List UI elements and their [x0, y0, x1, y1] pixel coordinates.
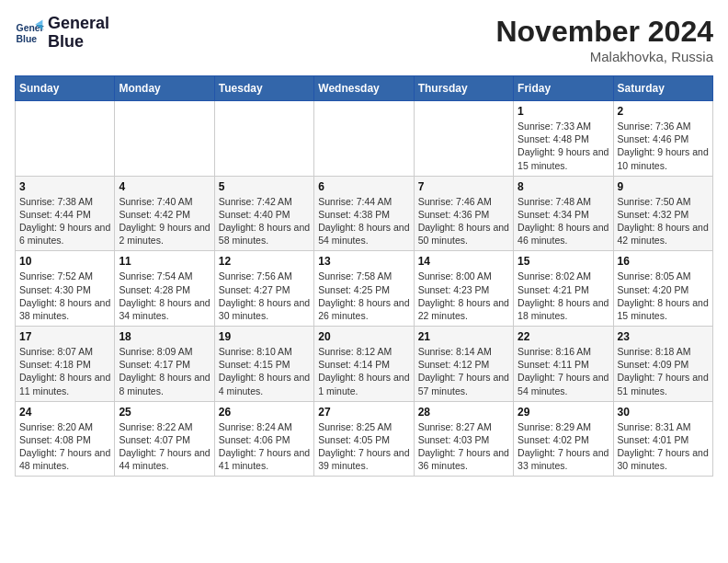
day-info: Sunrise: 8:14 AM Sunset: 4:12 PM Dayligh…	[418, 345, 509, 397]
calendar-cell: 14Sunrise: 8:00 AM Sunset: 4:23 PM Dayli…	[414, 251, 513, 327]
weekday-tuesday: Tuesday	[214, 76, 313, 101]
calendar-cell: 18Sunrise: 8:09 AM Sunset: 4:17 PM Dayli…	[115, 327, 214, 402]
calendar-cell: 2Sunrise: 7:36 AM Sunset: 4:46 PM Daylig…	[613, 101, 712, 177]
calendar-cell: 12Sunrise: 7:56 AM Sunset: 4:27 PM Dayli…	[214, 251, 313, 327]
day-number: 4	[119, 180, 210, 193]
day-number: 28	[418, 406, 509, 419]
day-number: 5	[219, 180, 310, 193]
calendar-cell: 3Sunrise: 7:38 AM Sunset: 4:44 PM Daylig…	[16, 176, 115, 251]
logo: General Blue General Blue	[15, 15, 109, 52]
day-number: 14	[418, 255, 509, 268]
calendar-cell: 29Sunrise: 8:29 AM Sunset: 4:02 PM Dayli…	[514, 401, 613, 477]
title-block: November 2024 Malakhovka, Russia	[495, 15, 713, 64]
calendar-cell: 15Sunrise: 8:02 AM Sunset: 4:21 PM Dayli…	[514, 251, 613, 327]
calendar-cell	[16, 101, 115, 177]
calendar-cell: 8Sunrise: 7:48 AM Sunset: 4:34 PM Daylig…	[514, 176, 613, 251]
calendar-cell: 30Sunrise: 8:31 AM Sunset: 4:01 PM Dayli…	[613, 401, 712, 477]
week-row-4: 17Sunrise: 8:07 AM Sunset: 4:18 PM Dayli…	[16, 327, 713, 402]
calendar-cell: 9Sunrise: 7:50 AM Sunset: 4:32 PM Daylig…	[613, 176, 712, 251]
calendar-cell: 26Sunrise: 8:24 AM Sunset: 4:06 PM Dayli…	[214, 401, 313, 477]
calendar-cell	[314, 101, 414, 177]
day-info: Sunrise: 7:40 AM Sunset: 4:42 PM Dayligh…	[119, 195, 210, 247]
weekday-friday: Friday	[514, 76, 613, 101]
calendar-cell: 7Sunrise: 7:46 AM Sunset: 4:36 PM Daylig…	[414, 176, 513, 251]
day-info: Sunrise: 7:46 AM Sunset: 4:36 PM Dayligh…	[418, 195, 509, 247]
day-info: Sunrise: 8:27 AM Sunset: 4:03 PM Dayligh…	[418, 420, 509, 473]
svg-text:Blue: Blue	[17, 33, 38, 43]
logo-text: General Blue	[48, 15, 109, 52]
day-info: Sunrise: 8:12 AM Sunset: 4:14 PM Dayligh…	[318, 345, 409, 397]
day-number: 29	[518, 406, 609, 419]
day-info: Sunrise: 7:58 AM Sunset: 4:25 PM Dayligh…	[318, 270, 409, 322]
day-number: 8	[518, 180, 609, 193]
logo-icon: General Blue	[15, 18, 44, 48]
day-number: 17	[19, 330, 110, 343]
calendar-cell: 6Sunrise: 7:44 AM Sunset: 4:38 PM Daylig…	[314, 176, 414, 251]
calendar-cell: 10Sunrise: 7:52 AM Sunset: 4:30 PM Dayli…	[16, 251, 115, 327]
calendar-cell: 19Sunrise: 8:10 AM Sunset: 4:15 PM Dayli…	[214, 327, 313, 402]
day-number: 25	[119, 406, 210, 419]
location: Malakhovka, Russia	[495, 49, 713, 64]
weekday-sunday: Sunday	[16, 76, 115, 101]
day-info: Sunrise: 7:48 AM Sunset: 4:34 PM Dayligh…	[518, 195, 609, 247]
day-number: 23	[618, 330, 709, 343]
day-info: Sunrise: 8:22 AM Sunset: 4:07 PM Dayligh…	[119, 420, 210, 473]
weekday-saturday: Saturday	[613, 76, 712, 101]
day-number: 3	[19, 180, 110, 193]
calendar-cell: 13Sunrise: 7:58 AM Sunset: 4:25 PM Dayli…	[314, 251, 414, 327]
day-info: Sunrise: 8:24 AM Sunset: 4:06 PM Dayligh…	[219, 420, 310, 473]
day-number: 30	[618, 406, 709, 419]
calendar-cell: 11Sunrise: 7:54 AM Sunset: 4:28 PM Dayli…	[115, 251, 214, 327]
day-number: 20	[318, 330, 409, 343]
calendar-cell	[214, 101, 313, 177]
day-info: Sunrise: 8:09 AM Sunset: 4:17 PM Dayligh…	[119, 345, 210, 397]
calendar-cell: 22Sunrise: 8:16 AM Sunset: 4:11 PM Dayli…	[514, 327, 613, 402]
day-info: Sunrise: 8:10 AM Sunset: 4:15 PM Dayligh…	[219, 345, 310, 397]
day-info: Sunrise: 7:33 AM Sunset: 4:48 PM Dayligh…	[518, 120, 609, 172]
calendar-cell: 27Sunrise: 8:25 AM Sunset: 4:05 PM Dayli…	[314, 401, 414, 477]
day-number: 9	[618, 180, 709, 193]
day-number: 22	[518, 330, 609, 343]
day-info: Sunrise: 7:50 AM Sunset: 4:32 PM Dayligh…	[618, 195, 709, 247]
weekday-thursday: Thursday	[414, 76, 513, 101]
calendar-cell	[414, 101, 513, 177]
day-info: Sunrise: 8:31 AM Sunset: 4:01 PM Dayligh…	[618, 420, 709, 473]
day-number: 26	[219, 406, 310, 419]
day-number: 16	[618, 255, 709, 268]
day-info: Sunrise: 8:16 AM Sunset: 4:11 PM Dayligh…	[518, 345, 609, 397]
week-row-3: 10Sunrise: 7:52 AM Sunset: 4:30 PM Dayli…	[16, 251, 713, 327]
page-header: General Blue General Blue November 2024 …	[15, 15, 713, 64]
calendar-cell: 4Sunrise: 7:40 AM Sunset: 4:42 PM Daylig…	[115, 176, 214, 251]
calendar-cell: 25Sunrise: 8:22 AM Sunset: 4:07 PM Dayli…	[115, 401, 214, 477]
day-number: 13	[318, 255, 409, 268]
day-info: Sunrise: 7:52 AM Sunset: 4:30 PM Dayligh…	[19, 270, 110, 322]
day-number: 19	[219, 330, 310, 343]
day-info: Sunrise: 8:25 AM Sunset: 4:05 PM Dayligh…	[318, 420, 409, 473]
calendar-cell: 1Sunrise: 7:33 AM Sunset: 4:48 PM Daylig…	[514, 101, 613, 177]
day-number: 6	[318, 180, 409, 193]
day-number: 18	[119, 330, 210, 343]
day-number: 27	[318, 406, 409, 419]
day-info: Sunrise: 8:18 AM Sunset: 4:09 PM Dayligh…	[618, 345, 709, 397]
day-number: 10	[19, 255, 110, 268]
day-info: Sunrise: 8:07 AM Sunset: 4:18 PM Dayligh…	[19, 345, 110, 397]
day-info: Sunrise: 8:20 AM Sunset: 4:08 PM Dayligh…	[19, 420, 110, 473]
day-info: Sunrise: 8:29 AM Sunset: 4:02 PM Dayligh…	[518, 420, 609, 473]
week-row-5: 24Sunrise: 8:20 AM Sunset: 4:08 PM Dayli…	[16, 401, 713, 477]
calendar-cell: 16Sunrise: 8:05 AM Sunset: 4:20 PM Dayli…	[613, 251, 712, 327]
day-info: Sunrise: 7:54 AM Sunset: 4:28 PM Dayligh…	[119, 270, 210, 322]
svg-marker-3	[35, 19, 42, 24]
month-title: November 2024	[495, 15, 713, 49]
weekday-monday: Monday	[115, 76, 214, 101]
calendar-body: 1Sunrise: 7:33 AM Sunset: 4:48 PM Daylig…	[16, 101, 713, 477]
day-number: 21	[418, 330, 509, 343]
day-number: 11	[119, 255, 210, 268]
calendar-cell: 17Sunrise: 8:07 AM Sunset: 4:18 PM Dayli…	[16, 327, 115, 402]
calendar-cell	[115, 101, 214, 177]
calendar-cell: 5Sunrise: 7:42 AM Sunset: 4:40 PM Daylig…	[214, 176, 313, 251]
day-info: Sunrise: 7:42 AM Sunset: 4:40 PM Dayligh…	[219, 195, 310, 247]
calendar-table: SundayMondayTuesdayWednesdayThursdayFrid…	[15, 75, 713, 477]
calendar-cell: 28Sunrise: 8:27 AM Sunset: 4:03 PM Dayli…	[414, 401, 513, 477]
day-number: 15	[518, 255, 609, 268]
week-row-1: 1Sunrise: 7:33 AM Sunset: 4:48 PM Daylig…	[16, 101, 713, 177]
